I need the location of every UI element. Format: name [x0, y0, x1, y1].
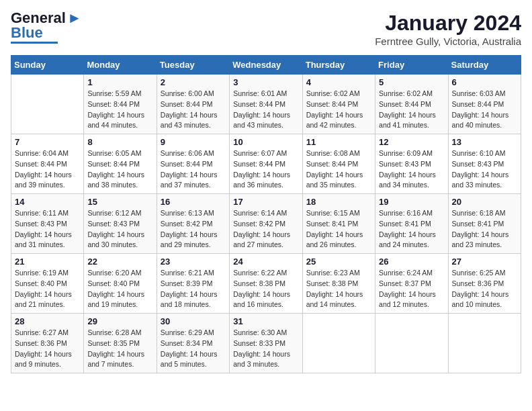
calendar-title: January 2024	[375, 11, 521, 36]
calendar-cell: 13Sunrise: 6:10 AM Sunset: 8:43 PM Dayli…	[448, 134, 521, 194]
day-number: 14	[15, 197, 80, 207]
day-number: 15	[87, 197, 152, 207]
calendar-cell: 8Sunrise: 6:05 AM Sunset: 8:44 PM Daylig…	[84, 134, 157, 194]
day-number: 24	[233, 257, 298, 267]
calendar-cell	[302, 314, 375, 373]
day-number: 6	[452, 77, 517, 87]
day-number: 17	[233, 197, 298, 207]
calendar-cell: 11Sunrise: 6:08 AM Sunset: 8:44 PM Dayli…	[302, 134, 375, 194]
day-info: Sunrise: 6:18 AM Sunset: 8:41 PM Dayligh…	[452, 208, 517, 250]
day-number: 8	[87, 137, 152, 147]
day-number: 31	[233, 316, 298, 326]
header-saturday: Saturday	[448, 56, 521, 75]
day-number: 19	[379, 197, 444, 207]
calendar-cell: 3Sunrise: 6:01 AM Sunset: 8:44 PM Daylig…	[230, 75, 302, 134]
day-number: 28	[15, 316, 80, 326]
day-info: Sunrise: 5:59 AM Sunset: 8:44 PM Dayligh…	[87, 89, 152, 131]
day-number: 18	[306, 197, 371, 207]
calendar-cell: 23Sunrise: 6:21 AM Sunset: 8:39 PM Dayli…	[157, 254, 229, 314]
calendar-cell: 10Sunrise: 6:07 AM Sunset: 8:44 PM Dayli…	[230, 134, 302, 194]
calendar-cell: 6Sunrise: 6:03 AM Sunset: 8:44 PM Daylig…	[448, 75, 521, 134]
calendar-cell: 19Sunrise: 6:16 AM Sunset: 8:41 PM Dayli…	[375, 194, 448, 254]
logo-text: General►	[11, 11, 82, 26]
header-tuesday: Tuesday	[157, 56, 229, 75]
calendar-cell: 31Sunrise: 6:30 AM Sunset: 8:33 PM Dayli…	[230, 314, 302, 373]
day-number: 9	[161, 137, 226, 147]
header-sunday: Sunday	[11, 56, 84, 75]
week-row-1: 1Sunrise: 5:59 AM Sunset: 8:44 PM Daylig…	[11, 75, 521, 134]
day-number: 10	[233, 137, 298, 147]
header-friday: Friday	[375, 56, 448, 75]
calendar-cell: 17Sunrise: 6:14 AM Sunset: 8:42 PM Dayli…	[230, 194, 302, 254]
logo-blue-text: Blue	[11, 26, 43, 40]
day-info: Sunrise: 6:01 AM Sunset: 8:44 PM Dayligh…	[233, 89, 298, 131]
calendar-cell: 26Sunrise: 6:24 AM Sunset: 8:37 PM Dayli…	[375, 254, 448, 314]
calendar-cell: 30Sunrise: 6:29 AM Sunset: 8:34 PM Dayli…	[157, 314, 229, 373]
day-info: Sunrise: 6:29 AM Sunset: 8:34 PM Dayligh…	[161, 328, 226, 370]
calendar-cell: 20Sunrise: 6:18 AM Sunset: 8:41 PM Dayli…	[448, 194, 521, 254]
day-info: Sunrise: 6:28 AM Sunset: 8:35 PM Dayligh…	[87, 328, 152, 370]
calendar-cell: 29Sunrise: 6:28 AM Sunset: 8:35 PM Dayli…	[84, 314, 157, 373]
day-info: Sunrise: 6:30 AM Sunset: 8:33 PM Dayligh…	[233, 328, 298, 370]
day-number: 20	[452, 197, 517, 207]
title-block: January 2024 Ferntree Gully, Victoria, A…	[375, 11, 521, 47]
day-info: Sunrise: 6:15 AM Sunset: 8:41 PM Dayligh…	[306, 208, 371, 250]
calendar-cell: 2Sunrise: 6:00 AM Sunset: 8:44 PM Daylig…	[157, 75, 229, 134]
calendar-subtitle: Ferntree Gully, Victoria, Australia	[375, 36, 521, 47]
day-number: 5	[379, 77, 444, 87]
calendar-cell: 25Sunrise: 6:23 AM Sunset: 8:38 PM Dayli…	[302, 254, 375, 314]
calendar-cell: 24Sunrise: 6:22 AM Sunset: 8:38 PM Dayli…	[230, 254, 302, 314]
day-info: Sunrise: 6:16 AM Sunset: 8:41 PM Dayligh…	[379, 208, 444, 250]
day-info: Sunrise: 6:23 AM Sunset: 8:38 PM Dayligh…	[306, 268, 371, 310]
day-number: 22	[87, 257, 152, 267]
logo-underline	[11, 42, 58, 44]
day-info: Sunrise: 6:02 AM Sunset: 8:44 PM Dayligh…	[306, 89, 371, 131]
calendar-cell: 5Sunrise: 6:02 AM Sunset: 8:44 PM Daylig…	[375, 75, 448, 134]
calendar-cell: 12Sunrise: 6:09 AM Sunset: 8:43 PM Dayli…	[375, 134, 448, 194]
logo: General► Blue	[11, 11, 82, 44]
day-info: Sunrise: 6:00 AM Sunset: 8:44 PM Dayligh…	[161, 89, 226, 131]
day-number: 1	[87, 77, 152, 87]
day-info: Sunrise: 6:10 AM Sunset: 8:43 PM Dayligh…	[452, 148, 517, 191]
day-number: 7	[15, 137, 80, 147]
week-row-4: 21Sunrise: 6:19 AM Sunset: 8:40 PM Dayli…	[11, 254, 521, 314]
day-info: Sunrise: 6:11 AM Sunset: 8:43 PM Dayligh…	[15, 208, 80, 250]
day-number: 26	[379, 257, 444, 267]
calendar-cell: 16Sunrise: 6:13 AM Sunset: 8:42 PM Dayli…	[157, 194, 229, 254]
day-number: 13	[452, 137, 517, 147]
calendar-table: SundayMondayTuesdayWednesdayThursdayFrid…	[11, 55, 521, 373]
day-number: 25	[306, 257, 371, 267]
calendar-cell: 9Sunrise: 6:06 AM Sunset: 8:44 PM Daylig…	[157, 134, 229, 194]
day-info: Sunrise: 6:04 AM Sunset: 8:44 PM Dayligh…	[15, 148, 80, 191]
day-number: 23	[161, 257, 226, 267]
day-number: 4	[306, 77, 371, 87]
calendar-cell: 28Sunrise: 6:27 AM Sunset: 8:36 PM Dayli…	[11, 314, 84, 373]
day-info: Sunrise: 6:27 AM Sunset: 8:36 PM Dayligh…	[15, 328, 80, 370]
day-info: Sunrise: 6:21 AM Sunset: 8:39 PM Dayligh…	[161, 268, 226, 310]
day-info: Sunrise: 6:12 AM Sunset: 8:43 PM Dayligh…	[87, 208, 152, 250]
day-info: Sunrise: 6:07 AM Sunset: 8:44 PM Dayligh…	[233, 148, 298, 191]
week-row-2: 7Sunrise: 6:04 AM Sunset: 8:44 PM Daylig…	[11, 134, 521, 194]
header-row: SundayMondayTuesdayWednesdayThursdayFrid…	[11, 56, 521, 75]
day-info: Sunrise: 6:05 AM Sunset: 8:44 PM Dayligh…	[87, 148, 152, 191]
day-info: Sunrise: 6:25 AM Sunset: 8:36 PM Dayligh…	[452, 268, 517, 310]
header-monday: Monday	[84, 56, 157, 75]
day-number: 3	[233, 77, 298, 87]
calendar-cell: 7Sunrise: 6:04 AM Sunset: 8:44 PM Daylig…	[11, 134, 84, 194]
day-number: 12	[379, 137, 444, 147]
calendar-cell: 4Sunrise: 6:02 AM Sunset: 8:44 PM Daylig…	[302, 75, 375, 134]
calendar-cell: 27Sunrise: 6:25 AM Sunset: 8:36 PM Dayli…	[448, 254, 521, 314]
calendar-cell: 14Sunrise: 6:11 AM Sunset: 8:43 PM Dayli…	[11, 194, 84, 254]
day-info: Sunrise: 6:19 AM Sunset: 8:40 PM Dayligh…	[15, 268, 80, 310]
day-info: Sunrise: 6:03 AM Sunset: 8:44 PM Dayligh…	[452, 89, 517, 131]
calendar-cell	[375, 314, 448, 373]
calendar-cell: 18Sunrise: 6:15 AM Sunset: 8:41 PM Dayli…	[302, 194, 375, 254]
day-info: Sunrise: 6:24 AM Sunset: 8:37 PM Dayligh…	[379, 268, 444, 310]
day-number: 29	[87, 316, 152, 326]
calendar-cell: 1Sunrise: 5:59 AM Sunset: 8:44 PM Daylig…	[84, 75, 157, 134]
day-number: 16	[161, 197, 226, 207]
day-number: 30	[161, 316, 226, 326]
day-info: Sunrise: 6:09 AM Sunset: 8:43 PM Dayligh…	[379, 148, 444, 191]
day-info: Sunrise: 6:22 AM Sunset: 8:38 PM Dayligh…	[233, 268, 298, 310]
calendar-cell	[11, 75, 84, 134]
